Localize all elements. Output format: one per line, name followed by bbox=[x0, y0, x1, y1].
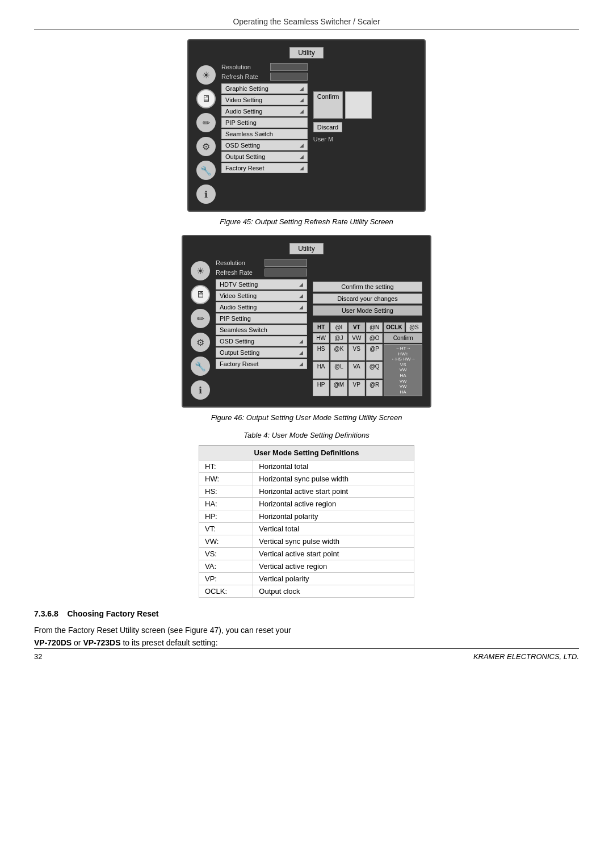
menu-item-seamless2[interactable]: Seamless Switch bbox=[216, 325, 307, 335]
table-row: OCLK:Output clock bbox=[199, 585, 414, 598]
grid-vs[interactable]: VS bbox=[349, 344, 365, 360]
menu-list-1: Graphic Setting◢ Video Setting◢ Audio Se… bbox=[221, 83, 308, 173]
grid-vp[interactable]: VP bbox=[349, 380, 365, 396]
table-desc: Horizontal polarity bbox=[253, 510, 414, 523]
grid-as[interactable]: @S bbox=[406, 322, 422, 332]
utility-button-1[interactable]: Utility bbox=[289, 47, 323, 58]
menu-item-hdtv[interactable]: HDTV Setting◢ bbox=[216, 279, 307, 290]
resolution-label-2: Resolution bbox=[216, 259, 261, 266]
grid-hs[interactable]: HS bbox=[313, 344, 329, 360]
table-desc: Horizontal sync pulse width bbox=[253, 473, 414, 485]
grid-ak[interactable]: @K bbox=[330, 344, 347, 360]
table-code: OCLK: bbox=[199, 585, 253, 598]
menu-item-audio2[interactable]: Audio Setting◢ bbox=[216, 302, 307, 312]
menu-item-osd2[interactable]: OSD Setting◢ bbox=[216, 336, 307, 346]
menu-item-osd1[interactable]: OSD Setting◢ bbox=[221, 140, 308, 150]
figure45-caption: Figure 45: Output Setting Refresh Rate U… bbox=[34, 217, 579, 226]
figure46-caption: Figure 46: Output Setting User Mode Sett… bbox=[34, 413, 579, 422]
icon-info: ℹ bbox=[196, 184, 216, 204]
icon-edit-2: ✏ bbox=[191, 309, 210, 328]
table-code: VT: bbox=[199, 523, 253, 535]
resolution-label-1: Resolution bbox=[221, 64, 267, 70]
grid-aj[interactable]: @J bbox=[330, 333, 347, 343]
grid-an[interactable]: @N bbox=[366, 322, 383, 332]
definition-table: User Mode Setting Definitions HT:Horizon… bbox=[199, 445, 414, 598]
icon-sun: ☀ bbox=[196, 65, 216, 85]
table-row: HW:Horizontal sync pulse width bbox=[199, 473, 414, 485]
menu-item-pip1[interactable]: PIP Setting bbox=[221, 118, 308, 128]
confirm-btn-1[interactable]: Confirm bbox=[313, 91, 343, 119]
grid-vw[interactable]: VW bbox=[349, 333, 365, 343]
table-row: HP:Horizontal polarity bbox=[199, 510, 414, 523]
page: Operating the Seamless Switcher / Scaler… bbox=[0, 0, 613, 672]
table-row: HA:Horizontal active region bbox=[199, 498, 414, 510]
table-code: HW: bbox=[199, 473, 253, 485]
right-panel-1: Confirm 60Hz 75Hz 85Hz Discard User M bbox=[313, 63, 417, 204]
table4-container: User Mode Setting Definitions HT:Horizon… bbox=[34, 445, 579, 598]
menu-item-factory1[interactable]: Factory Reset◢ bbox=[221, 163, 308, 173]
grid-ha[interactable]: HA bbox=[313, 362, 329, 378]
table-row: HS:Horizontal active start point bbox=[199, 485, 414, 498]
user-mode-label-1: User M bbox=[313, 136, 417, 142]
menu-item-seamless1[interactable]: Seamless Switch bbox=[221, 129, 308, 139]
right-panel-2: Confirm the setting Discard your changes… bbox=[313, 259, 422, 400]
menu-item-video1[interactable]: Video Setting◢ bbox=[221, 95, 308, 105]
grid-confirm[interactable]: Confirm bbox=[384, 333, 422, 343]
table4-caption: Table 4: User Mode Setting Definitions bbox=[34, 431, 579, 439]
figure46-screen: Utility ☀ 🖥 ✏ ⚙ 🔧 ℹ Resolution bbox=[182, 235, 431, 408]
grid-ap[interactable]: @P bbox=[366, 344, 383, 360]
table-code: VP: bbox=[199, 573, 253, 585]
grid-aq[interactable]: @Q bbox=[366, 362, 383, 378]
mini-diagram: ←HT→HW↕←HS HW→VSVWHAVWVWHA bbox=[385, 346, 421, 395]
page-footer: 32 KRAMER ELECTRONICS, LTD. bbox=[34, 648, 579, 661]
table-row: VT:Vertical total bbox=[199, 523, 414, 535]
discard-btn-1[interactable]: Discard bbox=[313, 122, 342, 132]
table-row: VP:Vertical polarity bbox=[199, 573, 414, 585]
user-mode-grid: HT @I VT @N OCLK @S HW @J VW @O Confirm bbox=[313, 322, 422, 396]
table-desc: Vertical active region bbox=[253, 560, 414, 573]
option-60hz[interactable]: 60Hz bbox=[349, 93, 368, 101]
menu-panel-1: Resolution Refresh Rate Graphic Setting◢… bbox=[221, 63, 308, 204]
icon-monitor-2: 🖥 bbox=[191, 285, 210, 304]
grid-va[interactable]: VA bbox=[349, 362, 365, 378]
menu-item-factory2[interactable]: Factory Reset◢ bbox=[216, 359, 307, 369]
grid-hw[interactable]: HW bbox=[313, 333, 329, 343]
menu-item-output1[interactable]: Output Setting◢ bbox=[221, 152, 308, 162]
icon-gear-2: ⚙ bbox=[191, 333, 210, 352]
table-desc: Vertical polarity bbox=[253, 573, 414, 585]
menu-panel-2: Resolution Refresh Rate HDTV Setting◢ Vi… bbox=[216, 259, 307, 400]
confirm-setting-btn[interactable]: Confirm the setting bbox=[313, 282, 422, 292]
discard-changes-btn[interactable]: Discard your changes bbox=[313, 293, 422, 304]
menu-item-output2[interactable]: Output Setting◢ bbox=[216, 347, 307, 358]
grid-vt[interactable]: VT bbox=[349, 322, 365, 332]
menu-item-audio1[interactable]: Audio Setting◢ bbox=[221, 106, 308, 116]
grid-ht[interactable]: HT bbox=[313, 322, 329, 332]
option-75hz[interactable]: 75Hz bbox=[349, 101, 368, 109]
grid-hp[interactable]: HP bbox=[313, 380, 329, 396]
section-heading: 7.3.6.8 Choosing Factory Reset bbox=[34, 609, 579, 618]
grid-oclk[interactable]: OCLK bbox=[384, 322, 404, 332]
grid-am[interactable]: @M bbox=[330, 380, 347, 396]
table-row: HT:Horizontal total bbox=[199, 460, 414, 473]
utility-button-2[interactable]: Utility bbox=[289, 243, 323, 254]
icon-edit: ✏ bbox=[196, 113, 216, 132]
user-mode-setting-btn[interactable]: User Mode Setting bbox=[313, 305, 422, 316]
menu-item-graphic[interactable]: Graphic Setting◢ bbox=[221, 83, 308, 94]
menu-item-pip2[interactable]: PIP Setting bbox=[216, 313, 307, 324]
grid-ar[interactable]: @R bbox=[366, 380, 383, 396]
grid-ai[interactable]: @I bbox=[330, 322, 347, 332]
figure45-screen: Utility ☀ 🖥 ✏ ⚙ 🔧 ℹ Resolution bbox=[187, 39, 426, 212]
option-85hz[interactable]: 85Hz bbox=[349, 109, 368, 117]
refresh-rate-label-1: Refresh Rate bbox=[221, 73, 267, 80]
menu-item-video2[interactable]: Video Setting◢ bbox=[216, 291, 307, 301]
icon-gear: ⚙ bbox=[196, 137, 216, 156]
table-code: VW: bbox=[199, 535, 253, 548]
grid-al[interactable]: @L bbox=[330, 362, 347, 378]
refresh-bar-2 bbox=[264, 269, 307, 276]
table-row: VA:Vertical active region bbox=[199, 560, 414, 573]
table-desc: Vertical active start point bbox=[253, 548, 414, 560]
grid-ao[interactable]: @O bbox=[366, 333, 383, 343]
icon-tool: 🔧 bbox=[196, 161, 216, 180]
table-code: VS: bbox=[199, 548, 253, 560]
page-number: 32 bbox=[34, 652, 42, 661]
